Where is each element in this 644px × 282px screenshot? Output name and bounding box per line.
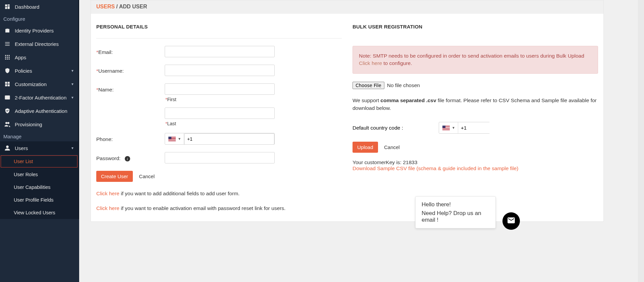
email-label: *Email: — [96, 46, 165, 57]
sidebar-users-submenu: User List User Roles User Capabilities U… — [0, 155, 78, 219]
divider — [96, 38, 342, 39]
create-user-button[interactable]: Create User — [96, 171, 133, 182]
phone-country-select[interactable]: ▼ — [165, 133, 184, 144]
mail-icon — [507, 216, 516, 226]
chevron-down-icon: ▾ — [71, 68, 73, 73]
last-name-sublabel: *Last — [165, 121, 275, 126]
blocks-icon — [4, 81, 11, 87]
last-name-field[interactable] — [165, 108, 275, 119]
name-label: *Name: — [96, 83, 165, 132]
email-field[interactable] — [165, 46, 275, 57]
default-country-code-wrapper: ▼ — [439, 122, 490, 134]
phone-field[interactable] — [184, 133, 274, 145]
helper-activation-email: Click here if you want to enable activat… — [96, 205, 342, 211]
download-sample-csv-link[interactable]: Download Sample CSV file (schema & guide… — [353, 165, 598, 171]
shield-check-icon — [4, 108, 11, 114]
bulk-registration-title: BULK USER REGISTRATION — [353, 24, 598, 29]
chat-fab-button[interactable] — [502, 212, 520, 230]
password-field[interactable] — [165, 152, 275, 163]
personal-details-section: PERSONAL DETAILS *Email: *Username: *Nam… — [96, 24, 342, 211]
sidebar-item-label: Provisioning — [15, 122, 42, 127]
helper-additional-fields: Click here if you want to add additional… — [96, 191, 342, 197]
sidebar-item-label: Apps — [15, 55, 26, 60]
breadcrumb-current: ADD USER — [119, 4, 147, 9]
sidebar-item-label: Adaptive Authentication — [15, 108, 67, 114]
sidebar-item-identity-providers[interactable]: Identity Providers — [0, 24, 78, 37]
sidebar-item-policies[interactable]: Policies ▾ — [0, 64, 78, 77]
file-chosen-status: No file chosen — [387, 82, 420, 88]
csv-support-text: We support comma separated .csv file for… — [353, 96, 598, 112]
sidebar-item-dashboard[interactable]: Dashboard — [0, 0, 78, 13]
password-label: Password: i — [96, 152, 165, 163]
sidebar-item-label: Customization — [15, 81, 47, 87]
sidebar-item-label: Policies — [15, 68, 32, 74]
breadcrumb-sep: / — [115, 4, 119, 9]
default-country-code-field[interactable] — [458, 122, 527, 133]
chat-greeting: Hello there! — [422, 201, 489, 208]
breadcrumb: USERS / ADD USER — [91, 0, 603, 14]
default-country-code-select[interactable]: ▼ — [439, 122, 458, 133]
chevron-down-icon: ▾ — [71, 82, 73, 86]
sidebar-item-customization[interactable]: Customization ▾ — [0, 77, 78, 91]
bulk-cancel-button[interactable]: Cancel — [379, 142, 405, 153]
username-field[interactable] — [165, 65, 275, 76]
phone-field-wrapper: ▼ — [165, 133, 275, 145]
us-flag-icon — [168, 137, 176, 141]
list-icon — [4, 41, 11, 47]
svg-rect-0 — [5, 95, 10, 99]
chevron-down-icon: ▾ — [71, 95, 73, 100]
sidebar-item-apps[interactable]: Apps — [0, 51, 78, 64]
sidebar-item-label: Users — [15, 145, 28, 151]
briefcase-icon — [4, 27, 11, 34]
chat-prompt: Need Help? Drop us an email ! — [422, 210, 489, 223]
sidebar-item-users[interactable]: Users ▾ — [0, 141, 78, 155]
chat-popup: Hello there! Need Help? Drop us an email… — [415, 196, 496, 228]
smtp-configure-link[interactable]: Click here — [359, 60, 382, 66]
additional-fields-link[interactable]: Click here — [96, 191, 119, 196]
sidebar-sub-view-locked-users[interactable]: View Locked Users — [0, 206, 78, 219]
sidebar-section-manage: Manage — [0, 131, 78, 141]
sidebar-item-label: Dashboard — [15, 4, 39, 10]
grid-icon — [4, 54, 11, 61]
activation-email-link[interactable]: Click here — [96, 205, 119, 211]
default-country-code-label: Default country code : — [353, 125, 439, 131]
sidebar-item-label: External Directories — [15, 41, 59, 47]
sidebar-item-label: Identity Providers — [15, 28, 54, 33]
sidebar-item-provisioning[interactable]: Provisioning — [0, 118, 78, 131]
content-card: USERS / ADD USER PERSONAL DETAILS *Email… — [91, 0, 604, 222]
caret-down-icon: ▼ — [178, 137, 181, 141]
choose-file-button[interactable]: Choose File — [353, 82, 384, 89]
main-content: USERS / ADD USER PERSONAL DETAILS *Email… — [80, 0, 644, 222]
user-icon — [4, 145, 11, 151]
sidebar-sub-user-profile-fields[interactable]: User Profile Fields — [0, 194, 78, 206]
dashboard-icon — [4, 3, 11, 10]
us-flag-icon — [442, 126, 450, 130]
bulk-registration-section: BULK USER REGISTRATION Note: SMTP needs … — [353, 24, 598, 211]
username-label: *Username: — [96, 65, 165, 76]
phone-label: Phone: — [96, 133, 165, 145]
cancel-button[interactable]: Cancel — [134, 171, 159, 182]
personal-details-title: PERSONAL DETAILS — [96, 24, 342, 29]
numpad-icon — [4, 94, 11, 101]
smtp-note-alert: Note: SMTP needs to be configured in ord… — [353, 46, 598, 74]
sidebar-item-2fa[interactable]: 2-Factor Authentication ▾ — [0, 91, 78, 104]
info-icon[interactable]: i — [125, 156, 130, 161]
sidebar-section-configure: Configure — [0, 13, 78, 24]
sidebar-item-external-directories[interactable]: External Directories — [0, 37, 78, 51]
shield-icon — [4, 67, 11, 74]
sidebar-item-label: 2-Factor Authentication — [15, 95, 66, 100]
first-name-sublabel: *First — [165, 97, 275, 102]
breadcrumb-root-link[interactable]: USERS — [96, 4, 115, 9]
caret-down-icon: ▼ — [452, 126, 455, 130]
sidebar: Dashboard Configure Identity Providers E… — [0, 0, 79, 282]
users-sync-icon — [4, 121, 11, 128]
customer-key-text: Your customerKey is: 21833 — [353, 159, 598, 165]
scrollbar-track[interactable] — [638, 0, 644, 282]
sidebar-item-adaptive-auth[interactable]: Adaptive Authentication — [0, 104, 78, 118]
sidebar-sub-user-capabilities[interactable]: User Capabilities — [0, 181, 78, 194]
first-name-field[interactable] — [165, 83, 275, 95]
chevron-down-icon: ▾ — [71, 146, 73, 150]
sidebar-sub-user-roles[interactable]: User Roles — [0, 168, 78, 181]
upload-button[interactable]: Upload — [353, 142, 378, 153]
sidebar-sub-user-list[interactable]: User List — [1, 155, 77, 167]
